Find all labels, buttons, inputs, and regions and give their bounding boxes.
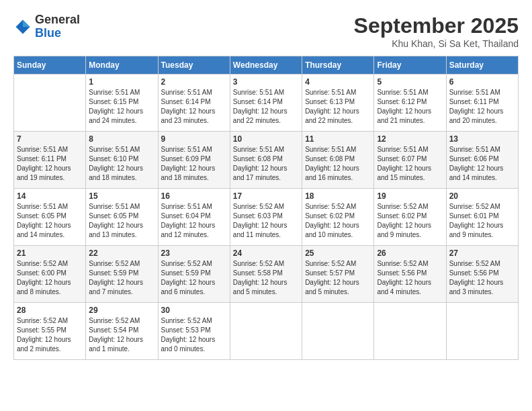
day-number: 18 [305, 191, 371, 201]
day-number: 19 [377, 191, 443, 201]
day-number: 30 [161, 306, 227, 315]
title-block: September 2025 Khu Khan, Si Sa Ket, Thai… [354, 13, 519, 49]
day-number: 21 [17, 248, 83, 258]
day-number: 27 [449, 248, 515, 258]
day-number: 26 [377, 248, 443, 258]
calendar-cell: 11Sunrise: 5:51 AMSunset: 6:08 PMDayligh… [302, 132, 374, 189]
day-info: Sunrise: 5:52 AMSunset: 5:57 PMDaylight:… [305, 259, 371, 297]
calendar-cell: 23Sunrise: 5:52 AMSunset: 5:59 PMDayligh… [158, 246, 230, 303]
day-number: 25 [305, 248, 371, 258]
calendar-cell: 16Sunrise: 5:51 AMSunset: 6:04 PMDayligh… [158, 189, 230, 246]
day-number: 4 [305, 77, 371, 87]
day-info: Sunrise: 5:51 AMSunset: 6:09 PMDaylight:… [161, 145, 227, 183]
calendar-week-row: 28Sunrise: 5:52 AMSunset: 5:55 PMDayligh… [14, 303, 519, 360]
day-number: 14 [17, 191, 83, 201]
calendar-week-row: 21Sunrise: 5:52 AMSunset: 6:00 PMDayligh… [14, 246, 519, 303]
calendar-cell: 13Sunrise: 5:51 AMSunset: 6:06 PMDayligh… [446, 132, 518, 189]
day-number: 3 [233, 77, 299, 87]
calendar-cell: 29Sunrise: 5:52 AMSunset: 5:54 PMDayligh… [86, 303, 158, 360]
calendar-cell: 30Sunrise: 5:52 AMSunset: 5:53 PMDayligh… [158, 303, 230, 360]
calendar-cell: 14Sunrise: 5:51 AMSunset: 6:05 PMDayligh… [14, 189, 86, 246]
day-info: Sunrise: 5:51 AMSunset: 6:05 PMDaylight:… [17, 202, 83, 240]
calendar-cell: 28Sunrise: 5:52 AMSunset: 5:55 PMDayligh… [14, 303, 86, 360]
weekday-header: Sunday [14, 56, 86, 75]
day-info: Sunrise: 5:52 AMSunset: 5:59 PMDaylight:… [89, 259, 154, 297]
calendar-cell: 22Sunrise: 5:52 AMSunset: 5:59 PMDayligh… [86, 246, 158, 303]
calendar-week-row: 1Sunrise: 5:51 AMSunset: 6:15 PMDaylight… [14, 75, 519, 132]
day-number: 23 [161, 248, 227, 258]
calendar-cell: 8Sunrise: 5:51 AMSunset: 6:10 PMDaylight… [86, 132, 158, 189]
weekday-header: Thursday [302, 56, 374, 75]
day-info: Sunrise: 5:52 AMSunset: 6:02 PMDaylight:… [305, 202, 371, 240]
calendar-cell: 1Sunrise: 5:51 AMSunset: 6:15 PMDaylight… [86, 75, 158, 132]
calendar-cell: 2Sunrise: 5:51 AMSunset: 6:14 PMDaylight… [158, 75, 230, 132]
day-number: 16 [161, 191, 227, 201]
day-info: Sunrise: 5:52 AMSunset: 5:53 PMDaylight:… [161, 316, 227, 354]
weekday-header: Tuesday [158, 56, 230, 75]
day-number: 7 [17, 134, 83, 144]
day-number: 13 [449, 134, 515, 144]
day-info: Sunrise: 5:52 AMSunset: 5:56 PMDaylight:… [377, 259, 443, 297]
weekday-header: Monday [86, 56, 158, 75]
day-info: Sunrise: 5:51 AMSunset: 6:06 PMDaylight:… [449, 145, 515, 183]
day-info: Sunrise: 5:52 AMSunset: 5:56 PMDaylight:… [449, 259, 515, 297]
calendar-cell: 20Sunrise: 5:52 AMSunset: 6:01 PMDayligh… [446, 189, 518, 246]
day-number: 2 [161, 77, 227, 87]
day-number: 28 [17, 306, 83, 315]
day-number: 6 [449, 77, 515, 87]
day-number: 9 [161, 134, 227, 144]
day-info: Sunrise: 5:51 AMSunset: 6:04 PMDaylight:… [161, 202, 227, 240]
calendar-cell: 9Sunrise: 5:51 AMSunset: 6:09 PMDaylight… [158, 132, 230, 189]
calendar-cell: 4Sunrise: 5:51 AMSunset: 6:13 PMDaylight… [302, 75, 374, 132]
page-header: General Blue September 2025 Khu Khan, Si… [13, 13, 519, 49]
logo-general: General [35, 13, 80, 27]
calendar-cell: 6Sunrise: 5:51 AMSunset: 6:11 PMDaylight… [446, 75, 518, 132]
location: Khu Khan, Si Sa Ket, Thailand [354, 38, 519, 49]
calendar-cell [374, 303, 446, 360]
day-number: 29 [89, 306, 154, 315]
day-info: Sunrise: 5:51 AMSunset: 6:05 PMDaylight:… [89, 202, 154, 240]
day-number: 12 [377, 134, 443, 144]
day-info: Sunrise: 5:51 AMSunset: 6:15 PMDaylight:… [89, 88, 154, 126]
calendar-cell [230, 303, 302, 360]
day-info: Sunrise: 5:52 AMSunset: 6:01 PMDaylight:… [449, 202, 515, 240]
logo-icon [13, 17, 32, 36]
day-info: Sunrise: 5:52 AMSunset: 6:00 PMDaylight:… [17, 259, 83, 297]
calendar-cell: 25Sunrise: 5:52 AMSunset: 5:57 PMDayligh… [302, 246, 374, 303]
day-number: 20 [449, 191, 515, 201]
day-info: Sunrise: 5:51 AMSunset: 6:12 PMDaylight:… [377, 88, 443, 126]
calendar-cell [446, 303, 518, 360]
calendar-cell [14, 75, 86, 132]
calendar-cell: 26Sunrise: 5:52 AMSunset: 5:56 PMDayligh… [374, 246, 446, 303]
day-number: 5 [377, 77, 443, 87]
calendar-cell: 15Sunrise: 5:51 AMSunset: 6:05 PMDayligh… [86, 189, 158, 246]
calendar-header-row: SundayMondayTuesdayWednesdayThursdayFrid… [14, 56, 519, 75]
logo-text: General Blue [35, 13, 80, 40]
calendar-cell: 10Sunrise: 5:51 AMSunset: 6:08 PMDayligh… [230, 132, 302, 189]
day-number: 11 [305, 134, 371, 144]
calendar-cell: 19Sunrise: 5:52 AMSunset: 6:02 PMDayligh… [374, 189, 446, 246]
day-number: 17 [233, 191, 299, 201]
calendar-cell: 21Sunrise: 5:52 AMSunset: 6:00 PMDayligh… [14, 246, 86, 303]
calendar-week-row: 14Sunrise: 5:51 AMSunset: 6:05 PMDayligh… [14, 189, 519, 246]
weekday-header: Wednesday [230, 56, 302, 75]
calendar-cell: 18Sunrise: 5:52 AMSunset: 6:02 PMDayligh… [302, 189, 374, 246]
day-info: Sunrise: 5:51 AMSunset: 6:11 PMDaylight:… [17, 145, 83, 183]
weekday-header: Friday [374, 56, 446, 75]
calendar-week-row: 7Sunrise: 5:51 AMSunset: 6:11 PMDaylight… [14, 132, 519, 189]
day-info: Sunrise: 5:52 AMSunset: 5:54 PMDaylight:… [89, 316, 154, 354]
day-number: 8 [89, 134, 154, 144]
calendar-cell: 27Sunrise: 5:52 AMSunset: 5:56 PMDayligh… [446, 246, 518, 303]
day-info: Sunrise: 5:52 AMSunset: 5:58 PMDaylight:… [233, 259, 299, 297]
logo-blue: Blue [35, 27, 80, 40]
day-info: Sunrise: 5:51 AMSunset: 6:08 PMDaylight:… [233, 145, 299, 183]
calendar-cell: 24Sunrise: 5:52 AMSunset: 5:58 PMDayligh… [230, 246, 302, 303]
day-info: Sunrise: 5:52 AMSunset: 6:02 PMDaylight:… [377, 202, 443, 240]
calendar-cell [302, 303, 374, 360]
svg-marker-1 [23, 19, 30, 27]
day-number: 1 [89, 77, 154, 87]
day-info: Sunrise: 5:51 AMSunset: 6:08 PMDaylight:… [305, 145, 371, 183]
month-title: September 2025 [354, 13, 519, 38]
calendar-table: SundayMondayTuesdayWednesdayThursdayFrid… [13, 56, 519, 360]
day-info: Sunrise: 5:52 AMSunset: 5:55 PMDaylight:… [17, 316, 83, 354]
